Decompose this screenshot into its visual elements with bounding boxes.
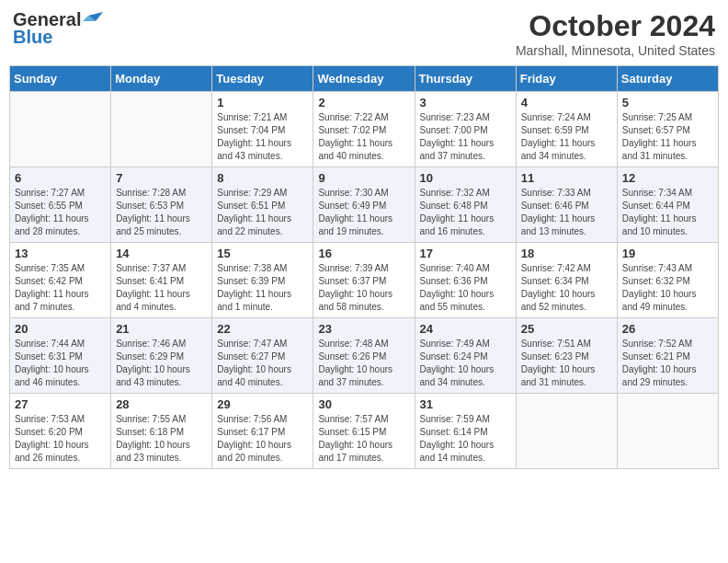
calendar-cell: 2Sunrise: 7:22 AMSunset: 7:02 PMDaylight… <box>313 92 415 167</box>
day-number: 6 <box>15 171 106 185</box>
location: Marshall, Minnesota, United States <box>516 43 715 58</box>
day-info: Sunrise: 7:55 AMSunset: 6:18 PMDaylight:… <box>116 413 207 465</box>
calendar-cell: 8Sunrise: 7:29 AMSunset: 6:51 PMDaylight… <box>212 167 313 243</box>
calendar-week-row: 1Sunrise: 7:21 AMSunset: 7:04 PMDaylight… <box>10 92 719 167</box>
day-number: 30 <box>318 397 409 411</box>
day-info: Sunrise: 7:43 AMSunset: 6:32 PMDaylight:… <box>622 262 713 314</box>
day-info: Sunrise: 7:42 AMSunset: 6:34 PMDaylight:… <box>521 262 612 314</box>
col-header-friday: Friday <box>516 66 617 92</box>
calendar-cell: 12Sunrise: 7:34 AMSunset: 6:44 PMDayligh… <box>617 167 718 243</box>
calendar-cell: 5Sunrise: 7:25 AMSunset: 6:57 PMDaylight… <box>617 92 718 167</box>
day-info: Sunrise: 7:44 AMSunset: 6:31 PMDaylight:… <box>15 338 106 389</box>
calendar-cell: 10Sunrise: 7:32 AMSunset: 6:48 PMDayligh… <box>415 167 516 243</box>
day-info: Sunrise: 7:35 AMSunset: 6:42 PMDaylight:… <box>15 262 106 314</box>
col-header-thursday: Thursday <box>415 66 516 92</box>
calendar-cell: 7Sunrise: 7:28 AMSunset: 6:53 PMDaylight… <box>111 167 212 243</box>
calendar-cell: 25Sunrise: 7:51 AMSunset: 6:23 PMDayligh… <box>516 318 617 394</box>
calendar-cell: 6Sunrise: 7:27 AMSunset: 6:55 PMDaylight… <box>10 167 111 243</box>
day-info: Sunrise: 7:53 AMSunset: 6:20 PMDaylight:… <box>15 413 106 465</box>
day-info: Sunrise: 7:51 AMSunset: 6:23 PMDaylight:… <box>521 338 612 389</box>
day-number: 20 <box>15 322 106 336</box>
calendar-week-row: 13Sunrise: 7:35 AMSunset: 6:42 PMDayligh… <box>10 243 719 318</box>
day-number: 10 <box>420 171 511 185</box>
col-header-tuesday: Tuesday <box>212 66 313 92</box>
calendar-header-row: SundayMondayTuesdayWednesdayThursdayFrid… <box>10 66 719 92</box>
day-info: Sunrise: 7:37 AMSunset: 6:41 PMDaylight:… <box>116 262 207 314</box>
calendar-cell: 20Sunrise: 7:44 AMSunset: 6:31 PMDayligh… <box>10 318 111 394</box>
calendar-cell: 26Sunrise: 7:52 AMSunset: 6:21 PMDayligh… <box>617 318 718 394</box>
day-info: Sunrise: 7:49 AMSunset: 6:24 PMDaylight:… <box>420 338 511 389</box>
calendar-cell <box>617 394 718 469</box>
day-number: 12 <box>622 171 713 185</box>
title-block: October 2024 Marshall, Minnesota, United… <box>516 9 715 58</box>
calendar-cell: 29Sunrise: 7:56 AMSunset: 6:17 PMDayligh… <box>212 394 313 469</box>
calendar-table: SundayMondayTuesdayWednesdayThursdayFrid… <box>9 65 719 469</box>
day-number: 11 <box>521 171 612 185</box>
day-info: Sunrise: 7:38 AMSunset: 6:39 PMDaylight:… <box>217 262 308 314</box>
day-number: 18 <box>521 247 612 260</box>
calendar-cell: 23Sunrise: 7:48 AMSunset: 6:26 PMDayligh… <box>313 318 415 394</box>
calendar-cell <box>10 92 111 167</box>
calendar-week-row: 27Sunrise: 7:53 AMSunset: 6:20 PMDayligh… <box>10 394 719 469</box>
day-number: 25 <box>521 322 612 336</box>
day-number: 31 <box>420 397 511 411</box>
calendar-week-row: 6Sunrise: 7:27 AMSunset: 6:55 PMDaylight… <box>10 167 719 243</box>
day-number: 7 <box>116 171 207 185</box>
day-info: Sunrise: 7:40 AMSunset: 6:36 PMDaylight:… <box>420 262 511 314</box>
calendar-cell: 1Sunrise: 7:21 AMSunset: 7:04 PMDaylight… <box>212 92 313 167</box>
calendar-cell: 19Sunrise: 7:43 AMSunset: 6:32 PMDayligh… <box>617 243 718 318</box>
day-number: 21 <box>116 322 207 336</box>
day-number: 2 <box>318 96 409 109</box>
day-number: 9 <box>318 171 409 185</box>
col-header-sunday: Sunday <box>10 66 111 92</box>
calendar-cell <box>516 394 617 469</box>
day-info: Sunrise: 7:39 AMSunset: 6:37 PMDaylight:… <box>318 262 409 314</box>
calendar-cell <box>111 92 212 167</box>
day-number: 24 <box>420 322 511 336</box>
calendar-cell: 31Sunrise: 7:59 AMSunset: 6:14 PMDayligh… <box>415 394 516 469</box>
day-info: Sunrise: 7:34 AMSunset: 6:44 PMDaylight:… <box>622 187 713 238</box>
calendar-cell: 24Sunrise: 7:49 AMSunset: 6:24 PMDayligh… <box>415 318 516 394</box>
calendar-cell: 11Sunrise: 7:33 AMSunset: 6:46 PMDayligh… <box>516 167 617 243</box>
page-header: General Blue October 2024 Marshall, Minn… <box>9 9 719 58</box>
day-number: 5 <box>622 96 713 109</box>
day-info: Sunrise: 7:23 AMSunset: 7:00 PMDaylight:… <box>420 111 511 163</box>
logo-bird-icon <box>83 12 103 29</box>
day-number: 23 <box>318 322 409 336</box>
day-info: Sunrise: 7:24 AMSunset: 6:59 PMDaylight:… <box>521 111 612 163</box>
day-number: 15 <box>217 247 308 260</box>
calendar-cell: 21Sunrise: 7:46 AMSunset: 6:29 PMDayligh… <box>111 318 212 394</box>
day-number: 19 <box>622 247 713 260</box>
calendar-cell: 28Sunrise: 7:55 AMSunset: 6:18 PMDayligh… <box>111 394 212 469</box>
day-number: 27 <box>15 397 106 411</box>
calendar-cell: 30Sunrise: 7:57 AMSunset: 6:15 PMDayligh… <box>313 394 415 469</box>
calendar-cell: 17Sunrise: 7:40 AMSunset: 6:36 PMDayligh… <box>415 243 516 318</box>
day-info: Sunrise: 7:27 AMSunset: 6:55 PMDaylight:… <box>15 187 106 238</box>
calendar-cell: 4Sunrise: 7:24 AMSunset: 6:59 PMDaylight… <box>516 92 617 167</box>
calendar-cell: 18Sunrise: 7:42 AMSunset: 6:34 PMDayligh… <box>516 243 617 318</box>
day-info: Sunrise: 7:57 AMSunset: 6:15 PMDaylight:… <box>318 413 409 465</box>
calendar-cell: 16Sunrise: 7:39 AMSunset: 6:37 PMDayligh… <box>313 243 415 318</box>
day-number: 1 <box>217 96 308 109</box>
calendar-cell: 15Sunrise: 7:38 AMSunset: 6:39 PMDayligh… <box>212 243 313 318</box>
day-number: 17 <box>420 247 511 260</box>
day-info: Sunrise: 7:28 AMSunset: 6:53 PMDaylight:… <box>116 187 207 238</box>
day-number: 22 <box>217 322 308 336</box>
calendar-cell: 9Sunrise: 7:30 AMSunset: 6:49 PMDaylight… <box>313 167 415 243</box>
day-number: 14 <box>116 247 207 260</box>
day-info: Sunrise: 7:59 AMSunset: 6:14 PMDaylight:… <box>420 413 511 465</box>
day-number: 26 <box>622 322 713 336</box>
calendar-cell: 13Sunrise: 7:35 AMSunset: 6:42 PMDayligh… <box>10 243 111 318</box>
day-number: 28 <box>116 397 207 411</box>
day-number: 4 <box>521 96 612 109</box>
logo-text-blue: Blue <box>13 27 52 48</box>
day-number: 13 <box>15 247 106 260</box>
day-info: Sunrise: 7:33 AMSunset: 6:46 PMDaylight:… <box>521 187 612 238</box>
day-info: Sunrise: 7:22 AMSunset: 7:02 PMDaylight:… <box>318 111 409 163</box>
day-info: Sunrise: 7:47 AMSunset: 6:27 PMDaylight:… <box>217 338 308 389</box>
day-info: Sunrise: 7:29 AMSunset: 6:51 PMDaylight:… <box>217 187 308 238</box>
day-number: 16 <box>318 247 409 260</box>
day-number: 29 <box>217 397 308 411</box>
day-info: Sunrise: 7:52 AMSunset: 6:21 PMDaylight:… <box>622 338 713 389</box>
col-header-wednesday: Wednesday <box>313 66 415 92</box>
